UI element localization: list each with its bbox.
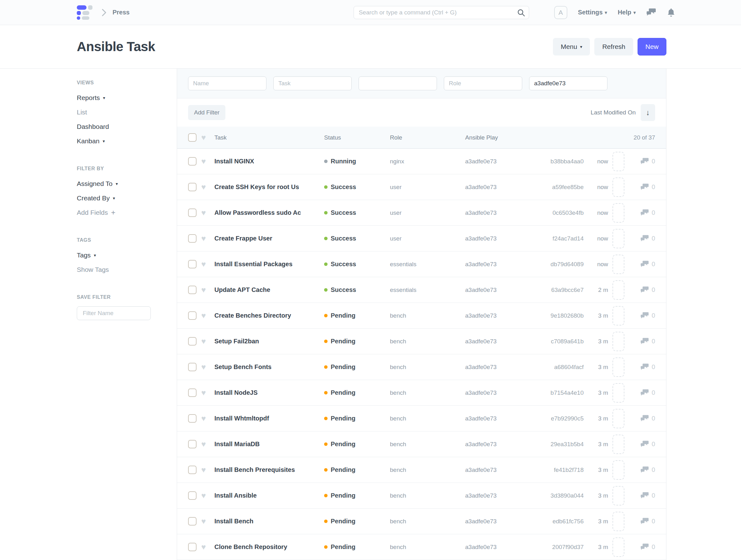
task-link[interactable]: Create Frappe User [214,235,324,242]
heart-icon[interactable]: ♥ [201,158,214,165]
row-checkbox[interactable] [188,183,197,191]
task-link[interactable]: Install NGINX [214,158,324,165]
task-link[interactable]: Setup Bench Fonts [214,363,324,371]
sidebar-item-created-by[interactable]: Created By ▾ [77,191,158,205]
task-link[interactable]: Allow Passwordless sudo Ac [214,209,324,216]
heart-icon[interactable]: ♥ [201,517,214,525]
row-checkbox[interactable] [188,491,197,500]
filter-name-input[interactable] [77,306,151,320]
heart-icon[interactable]: ♥ [201,183,214,191]
assign-button[interactable] [612,460,624,480]
assign-button[interactable] [612,229,624,248]
heart-icon[interactable]: ♥ [201,235,214,242]
sort-field-label[interactable]: Last Modified On [591,109,636,116]
comment-count-cell[interactable]: 0 [629,363,655,371]
comment-count-cell[interactable]: 0 [629,260,655,268]
assign-button[interactable] [612,358,624,377]
assign-button[interactable] [612,383,624,402]
row-checkbox[interactable] [188,363,197,371]
heart-icon[interactable]: ♥ [201,440,214,448]
filter-field-name[interactable] [188,76,266,90]
app-logo-icon[interactable] [77,5,92,20]
row-checkbox[interactable] [188,414,197,423]
sidebar-item-reports[interactable]: Reports ▾ [77,90,158,105]
row-checkbox[interactable] [188,260,197,268]
comment-count-cell[interactable]: 0 [629,543,655,551]
heart-icon[interactable]: ♥ [201,337,214,345]
row-checkbox[interactable] [188,543,197,551]
heart-icon[interactable]: ♥ [201,543,214,551]
task-link[interactable]: Install Bench Prerequisites [214,466,324,474]
task-link[interactable]: Install Essential Packages [214,260,324,268]
refresh-button[interactable]: Refresh [594,38,633,56]
add-filter-button[interactable]: Add Filter [188,105,225,120]
assign-button[interactable] [612,332,624,351]
heart-icon[interactable]: ♥ [201,260,214,268]
row-checkbox[interactable] [188,337,197,346]
row-checkbox[interactable] [188,465,197,474]
sidebar-item-dashboard[interactable]: Dashboard [77,119,158,134]
comment-count-cell[interactable]: 0 [629,440,655,448]
sidebar-item-list[interactable]: List [77,105,158,119]
chat-icon[interactable] [646,8,656,17]
filter-field-role[interactable] [444,76,522,90]
heart-icon[interactable]: ♥ [201,363,214,371]
select-all-checkbox[interactable] [188,133,197,142]
sidebar-item-assigned-to[interactable]: Assigned To ▾ [77,177,158,191]
row-checkbox[interactable] [188,234,197,243]
task-link[interactable]: Install Ansible [214,492,324,499]
assign-button[interactable] [612,486,624,505]
filter-field-play[interactable] [529,76,607,90]
heart-icon[interactable]: ♥ [201,134,214,141]
menu-button[interactable]: Menu ▾ [553,38,590,56]
comment-count-cell[interactable]: 0 [629,183,655,191]
sidebar-item-add-fields[interactable]: Add Fields + [77,205,158,220]
task-link[interactable]: Install NodeJS [214,389,324,396]
filter-field-status[interactable] [358,76,437,90]
comment-count-cell[interactable]: 0 [629,337,655,346]
comment-count-cell[interactable]: 0 [629,312,655,320]
heart-icon[interactable]: ♥ [201,492,214,499]
filter-field-task[interactable] [273,76,352,90]
avatar[interactable]: A [554,6,567,19]
assign-button[interactable] [612,280,624,300]
comment-count-cell[interactable]: 0 [629,235,655,243]
comment-count-cell[interactable]: 0 [629,286,655,294]
task-link[interactable]: Create SSH Keys for root Us [214,183,324,191]
task-link[interactable]: Update APT Cache [214,286,324,294]
comment-count-cell[interactable]: 0 [629,492,655,500]
assign-button[interactable] [612,178,624,197]
sort-direction-button[interactable]: ↓ [641,104,655,121]
heart-icon[interactable]: ♥ [201,312,214,319]
task-link[interactable]: Create Benches Directory [214,312,324,319]
assign-button[interactable] [612,512,624,531]
assign-button[interactable] [612,152,624,171]
assign-button[interactable] [612,538,624,557]
row-checkbox[interactable] [188,286,197,294]
notifications-bell-icon[interactable] [667,8,675,17]
row-checkbox[interactable] [188,440,197,448]
row-checkbox[interactable] [188,388,197,397]
task-link[interactable]: Install MariaDB [214,441,324,448]
settings-menu[interactable]: Settings ▾ [578,9,607,16]
heart-icon[interactable]: ♥ [201,389,214,397]
new-button[interactable]: New [637,38,666,56]
heart-icon[interactable]: ♥ [201,286,214,294]
assign-button[interactable] [612,306,624,325]
sidebar-item-tags[interactable]: Tags ▾ [77,248,158,262]
task-link[interactable]: Setup Fail2ban [214,338,324,345]
assign-button[interactable] [612,255,624,274]
assign-button[interactable] [612,435,624,454]
comment-count-cell[interactable]: 0 [629,517,655,525]
task-link[interactable]: Install Whtmltopdf [214,415,324,422]
row-checkbox[interactable] [188,208,197,217]
heart-icon[interactable]: ♥ [201,209,214,217]
comment-count-cell[interactable]: 0 [629,415,655,423]
comment-count-cell[interactable]: 0 [629,158,655,166]
task-link[interactable]: Clone Bench Repository [214,543,324,551]
search-input[interactable] [353,6,529,19]
help-menu[interactable]: Help ▾ [618,9,636,16]
heart-icon[interactable]: ♥ [201,466,214,474]
breadcrumb[interactable]: Press [113,9,130,16]
row-checkbox[interactable] [188,311,197,320]
